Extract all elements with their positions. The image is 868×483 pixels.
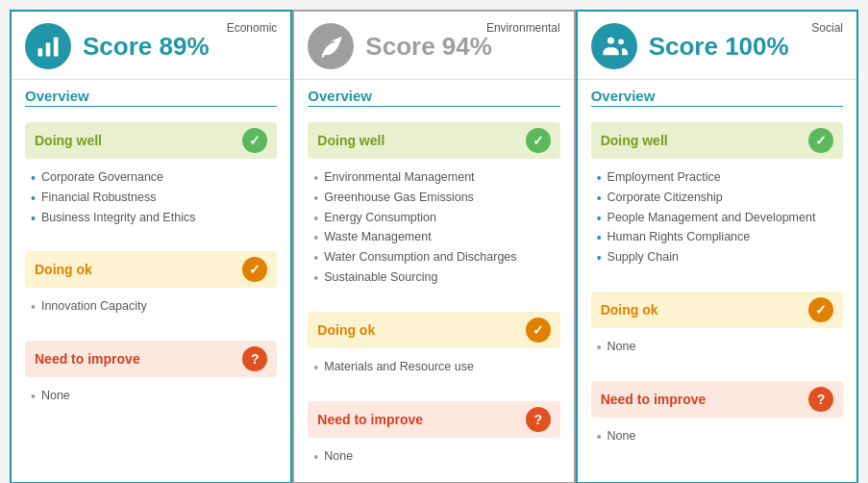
list-item: Energy Consumption xyxy=(313,209,554,229)
score-block-economic: Score 89% xyxy=(83,32,210,62)
list-item: None xyxy=(313,447,554,468)
status-label-doing-ok-social: Doing ok xyxy=(601,302,658,318)
status-section-need-improve-social: Need to improve?None xyxy=(578,373,856,463)
status-header-need-improve-economic: Need to improve? xyxy=(25,341,277,377)
status-label-doing-ok-environmental: Doing ok xyxy=(317,322,375,338)
status-section-need-improve-environmental: Need to improve?None xyxy=(294,394,573,483)
status-section-doing-ok-social: Doing ok✓None xyxy=(578,284,856,373)
category-label-economic: Economic xyxy=(227,21,278,35)
status-header-doing-well-social: Doing well✓ xyxy=(591,122,843,159)
status-icon-doing-well-environmental: ✓ xyxy=(526,128,551,153)
list-item: Financial Robustness xyxy=(31,189,271,209)
list-item: People Management and Development xyxy=(597,209,837,229)
score-block-environmental: Score 94% xyxy=(365,32,492,62)
list-item: None xyxy=(31,387,271,407)
items-list-need-improve-economic: None xyxy=(25,383,277,415)
status-label-doing-well-social: Doing well xyxy=(601,133,668,148)
status-icon-need-improve-social: ? xyxy=(808,387,833,412)
status-label-doing-well-economic: Doing well xyxy=(35,133,102,148)
list-item: Business Integrity and Ethics xyxy=(31,209,271,229)
status-label-need-improve-economic: Need to improve xyxy=(35,351,140,367)
status-header-doing-well-environmental: Doing well✓ xyxy=(308,122,559,159)
list-item: Materials and Resource use xyxy=(313,358,554,378)
list-item: Corporate Governance xyxy=(31,168,271,189)
card-header-economic: Economic Score 89% xyxy=(12,12,290,79)
overview-section-environmental: Overview xyxy=(294,79,573,114)
list-item: Supply Chain xyxy=(597,248,837,268)
status-section-doing-ok-environmental: Doing ok✓Materials and Resource use xyxy=(294,304,573,394)
overview-section-economic: Overview xyxy=(12,79,290,114)
list-item: Human Rights Compliance xyxy=(597,228,837,248)
list-item: Sustainable Sourcing xyxy=(313,268,554,289)
items-list-doing-ok-environmental: Materials and Resource use xyxy=(308,354,559,386)
card-social: Social Score 100%OverviewDoing well✓Empl… xyxy=(576,10,858,483)
icon-social xyxy=(591,23,637,69)
items-list-doing-well-social: Employment PracticeCorporate Citizenship… xyxy=(591,165,843,276)
status-icon-doing-ok-social: ✓ xyxy=(808,297,833,322)
list-item: Corporate Citizenship xyxy=(597,189,837,209)
card-header-environmental: Environmental Score 94% xyxy=(294,12,573,79)
items-list-doing-ok-social: None xyxy=(591,334,843,366)
status-label-doing-well-environmental: Doing well xyxy=(317,133,384,148)
status-header-doing-well-economic: Doing well✓ xyxy=(25,122,277,159)
overview-title-economic: Overview xyxy=(25,88,277,107)
score-block-social: Score 100% xyxy=(649,32,789,62)
list-item: Water Consumption and Discharges xyxy=(313,248,554,268)
list-item: Environmental Management xyxy=(313,168,554,189)
score-value-economic: Score 89% xyxy=(83,32,210,62)
status-header-need-improve-social: Need to improve? xyxy=(591,381,843,418)
status-section-doing-well-social: Doing well✓Employment PracticeCorporate … xyxy=(578,114,856,284)
status-label-need-improve-environmental: Need to improve xyxy=(317,412,423,427)
overview-title-social: Overview xyxy=(591,88,843,107)
status-icon-need-improve-environmental: ? xyxy=(526,407,551,432)
list-item: Waste Management xyxy=(313,228,554,248)
status-label-doing-ok-economic: Doing ok xyxy=(35,262,92,277)
svg-rect-2 xyxy=(54,38,59,57)
status-icon-need-improve-economic: ? xyxy=(242,346,267,371)
status-header-doing-ok-economic: Doing ok✓ xyxy=(25,251,277,288)
items-list-need-improve-social: None xyxy=(591,423,843,455)
list-item: Innovation Capacity xyxy=(31,297,271,318)
score-value-environmental: Score 94% xyxy=(365,32,492,62)
svg-point-3 xyxy=(608,38,614,44)
category-label-environmental: Environmental xyxy=(486,21,560,35)
items-list-doing-well-economic: Corporate GovernanceFinancial Robustness… xyxy=(25,165,277,236)
card-economic: Economic Score 89%OverviewDoing well✓Cor… xyxy=(10,10,292,483)
status-icon-doing-ok-environmental: ✓ xyxy=(526,318,551,343)
card-environmental: Environmental Score 94%OverviewDoing wel… xyxy=(292,10,575,483)
status-header-doing-ok-social: Doing ok✓ xyxy=(591,292,843,328)
items-list-doing-ok-economic: Innovation Capacity xyxy=(25,293,277,325)
svg-rect-0 xyxy=(38,48,43,56)
overview-section-social: Overview xyxy=(578,79,856,114)
category-label-social: Social xyxy=(811,21,843,35)
cards-container: Economic Score 89%OverviewDoing well✓Cor… xyxy=(10,10,858,483)
card-header-social: Social Score 100% xyxy=(578,12,856,79)
icon-economic xyxy=(25,23,71,69)
status-icon-doing-well-social: ✓ xyxy=(808,128,833,153)
status-icon-doing-well-economic: ✓ xyxy=(242,128,267,153)
status-header-doing-ok-environmental: Doing ok✓ xyxy=(308,312,559,348)
overview-title-environmental: Overview xyxy=(308,88,559,107)
status-section-doing-ok-economic: Doing ok✓Innovation Capacity xyxy=(12,243,290,333)
status-section-doing-well-economic: Doing well✓Corporate GovernanceFinancial… xyxy=(12,114,290,243)
status-section-doing-well-environmental: Doing well✓Environmental ManagementGreen… xyxy=(294,114,573,304)
list-item: None xyxy=(597,427,837,447)
status-label-need-improve-social: Need to improve xyxy=(601,392,707,407)
list-item: Greenhouse Gas Emissions xyxy=(313,189,554,209)
status-header-need-improve-environmental: Need to improve? xyxy=(308,401,559,438)
score-value-social: Score 100% xyxy=(649,32,789,62)
svg-rect-1 xyxy=(46,43,51,57)
status-section-need-improve-economic: Need to improve?None xyxy=(12,333,290,422)
status-icon-doing-ok-economic: ✓ xyxy=(242,257,267,282)
list-item: Employment Practice xyxy=(597,168,837,189)
icon-environmental xyxy=(308,23,354,69)
items-list-need-improve-environmental: None xyxy=(308,444,559,475)
list-item: None xyxy=(597,338,837,358)
items-list-doing-well-environmental: Environmental ManagementGreenhouse Gas E… xyxy=(308,165,559,296)
svg-point-4 xyxy=(618,38,624,44)
